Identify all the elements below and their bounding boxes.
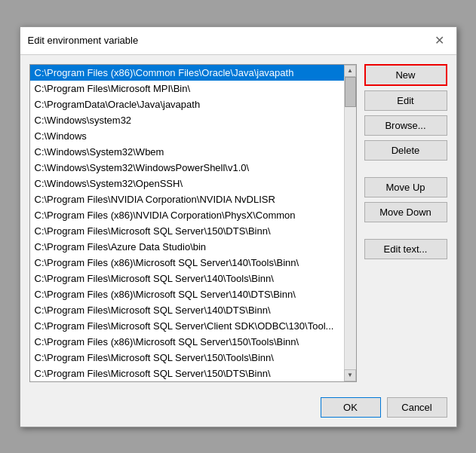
ok-button[interactable]: OK: [321, 397, 381, 418]
list-item[interactable]: C:\Program Files\Azure Data Studio\bin: [30, 239, 344, 255]
scrollbar: ▲ ▼: [344, 65, 356, 381]
list-item[interactable]: C:\Windows\System32\Wbem: [30, 144, 344, 160]
list-item[interactable]: C:\ProgramData\Oracle\Java\javapath: [30, 96, 344, 112]
path-list[interactable]: C:\Program Files (x86)\Common Files\Orac…: [30, 65, 344, 381]
dialog-title: Edit environment variable: [28, 35, 139, 46]
list-item[interactable]: C:\Windows\system32: [30, 112, 344, 128]
move-up-button[interactable]: Move Up: [364, 177, 447, 197]
list-item[interactable]: C:\Program Files (x86)\Microsoft SQL Ser…: [30, 334, 344, 350]
list-item[interactable]: C:\Windows\System32\WindowsPowerShell\v1…: [30, 160, 344, 176]
list-item[interactable]: C:\Program Files (x86)\Microsoft SQL Ser…: [30, 255, 344, 271]
list-item[interactable]: C:\Program Files\Microsoft SQL Server\15…: [30, 223, 344, 239]
scroll-down-arrow[interactable]: ▼: [344, 369, 356, 381]
list-item[interactable]: C:\Program Files\Microsoft SQL Server\Cl…: [30, 318, 344, 334]
path-list-container: C:\Program Files (x86)\Common Files\Orac…: [29, 64, 357, 382]
dialog-content: C:\Program Files (x86)\Common Files\Orac…: [20, 55, 456, 391]
list-item[interactable]: C:\Windows: [30, 128, 344, 144]
edit-env-variable-dialog: Edit environment variable ✕ C:\Program F…: [20, 26, 457, 427]
edit-text-button[interactable]: Edit text...: [364, 239, 447, 259]
list-item[interactable]: C:\Program Files\Microsoft SQL Server\14…: [30, 271, 344, 286]
list-item[interactable]: C:\Program Files\Microsoft SQL Server\15…: [30, 350, 344, 366]
button-spacer-2: [364, 227, 447, 234]
scroll-track[interactable]: [345, 77, 356, 369]
list-item[interactable]: C:\Program Files (x86)\Common Files\Orac…: [30, 65, 344, 81]
list-item[interactable]: C:\Windows\System32\OpenSSH\: [30, 176, 344, 191]
list-item[interactable]: C:\Program Files\Microsoft MPI\Bin\: [30, 81, 344, 96]
button-spacer: [364, 165, 447, 173]
list-item[interactable]: C:\Program Files\Microsoft SQL Server\14…: [30, 302, 344, 318]
delete-button[interactable]: Delete: [364, 140, 447, 161]
button-panel: New Edit Browse... Delete Move Up Move D…: [364, 64, 447, 382]
scroll-thumb[interactable]: [345, 77, 356, 107]
browse-button[interactable]: Browse...: [364, 115, 447, 136]
close-button[interactable]: ✕: [430, 33, 449, 48]
list-item[interactable]: C:\Program Files (x86)\NVIDIA Corporatio…: [30, 207, 344, 223]
move-down-button[interactable]: Move Down: [364, 202, 447, 222]
list-item[interactable]: C:\Program Files\Microsoft SQL Server\15…: [30, 366, 344, 381]
new-button[interactable]: New: [364, 64, 447, 86]
footer: OK Cancel: [20, 391, 456, 427]
list-item[interactable]: C:\Program Files (x86)\Microsoft SQL Ser…: [30, 286, 344, 302]
title-bar: Edit environment variable ✕: [20, 27, 456, 55]
edit-button[interactable]: Edit: [364, 90, 447, 111]
list-item[interactable]: C:\Program Files\NVIDIA Corporation\NVID…: [30, 191, 344, 207]
cancel-button[interactable]: Cancel: [387, 397, 447, 418]
scroll-up-arrow[interactable]: ▲: [344, 65, 356, 77]
